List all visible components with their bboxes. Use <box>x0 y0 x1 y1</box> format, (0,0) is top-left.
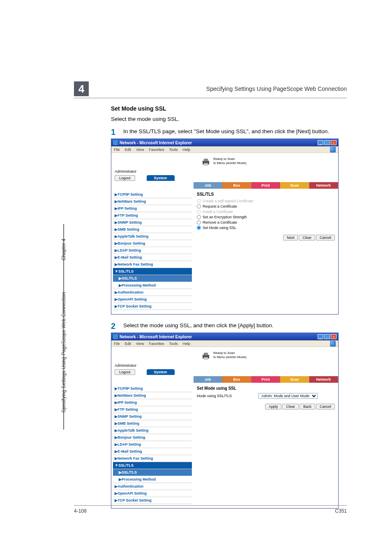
sidebar-item-bonjour[interactable]: ▶Bonjour Setting <box>113 240 192 247</box>
apply-button[interactable]: Apply <box>265 404 282 409</box>
minimize-button[interactable]: _ <box>318 334 323 339</box>
clear-button[interactable]: Clear <box>299 235 315 240</box>
step-number: 1 <box>111 128 123 136</box>
sidebar-item-ipp[interactable]: ▶IPP Setting <box>113 399 192 406</box>
sidebar-item-appletalk[interactable]: ▶AppleTalk Setting <box>113 233 192 240</box>
maximize-button[interactable]: □ <box>324 140 330 145</box>
menu-help[interactable]: Help <box>182 148 190 152</box>
printer-icon <box>201 157 211 167</box>
svg-rect-2 <box>204 163 208 166</box>
side-tab: Chapter 4 Specifying Settings Using Page… <box>58 234 69 423</box>
sidebar-sub-ssltls[interactable]: ▶SSL/TLS <box>113 469 192 476</box>
maximize-button[interactable]: □ <box>324 334 330 339</box>
sidebar-item-netware[interactable]: ▶NetWare Setting <box>113 392 192 399</box>
tab-network[interactable]: Network <box>309 182 338 189</box>
tab-job[interactable]: Job <box>194 376 222 383</box>
sidebar-item-ldap[interactable]: ▶LDAP Setting <box>113 441 192 448</box>
sidebar-item-authentication[interactable]: ▶Authentication <box>113 289 192 296</box>
cancel-button[interactable]: Cancel <box>316 235 335 240</box>
close-button[interactable]: × <box>331 334 337 339</box>
menu-favorites[interactable]: Favorites <box>149 148 164 152</box>
sidebar-item-tcpip[interactable]: ▶TCP/IP Setting <box>113 191 192 198</box>
mode-select[interactable]: Admin. Mode and User Mode <box>258 393 318 399</box>
sidebar-item-ssltls-group[interactable]: ▼SSL/TLS <box>113 268 192 275</box>
sidebar-sub-processing[interactable]: ▶Processing Method <box>113 282 192 289</box>
cancel-button[interactable]: Cancel <box>316 404 335 409</box>
tab-box[interactable]: Box <box>222 376 251 383</box>
logout-button[interactable]: Logout <box>115 369 135 375</box>
menu-edit[interactable]: Edit <box>125 148 131 152</box>
sidebar-item-authentication[interactable]: ▶Authentication <box>113 483 192 490</box>
menu-file[interactable]: File <box>114 148 120 152</box>
minimize-button[interactable]: _ <box>318 140 323 145</box>
sidebar-item-openapi[interactable]: ▶OpenAPI Setting <box>113 490 192 497</box>
next-button[interactable]: Next <box>283 235 298 240</box>
sidebar-item-snmp[interactable]: ▶SNMP Setting <box>113 219 192 226</box>
sidebar-item-ftp[interactable]: ▶FTP Setting <box>113 406 192 413</box>
system-tab[interactable]: System <box>147 369 175 375</box>
ie-icon <box>113 334 118 339</box>
menu-help[interactable]: Help <box>182 342 190 346</box>
tab-job[interactable]: Job <box>194 182 222 189</box>
tab-network[interactable]: Network <box>309 376 338 383</box>
sidebar-item-ftp[interactable]: ▶FTP Setting <box>113 212 192 219</box>
menu-view[interactable]: View <box>136 148 144 152</box>
header-title: Specifying Settings Using PageScope Web … <box>206 86 347 92</box>
sidebar-item-email[interactable]: ▶E-Mail Setting <box>113 254 192 261</box>
sidebar-item-tcpsocket[interactable]: ▶TCP Socket Setting <box>113 303 192 310</box>
sidebar-item-networkfax[interactable]: ▶Network Fax Setting <box>113 455 192 462</box>
tab-box[interactable]: Box <box>222 182 251 189</box>
clear-button[interactable]: Clear <box>282 404 299 409</box>
radio-install-cert[interactable] <box>197 210 201 214</box>
step-1: 1 In the SSL/TLS page, select "Set Mode … <box>111 128 341 136</box>
sidebar-item-smb[interactable]: ▶SMB Setting <box>113 420 192 427</box>
menu-edit[interactable]: Edit <box>125 342 131 346</box>
sidebar-item-ipp[interactable]: ▶IPP Setting <box>113 205 192 212</box>
admin-label: Administrator <box>115 169 335 173</box>
radio-request-cert[interactable] <box>197 204 201 208</box>
svg-rect-1 <box>204 159 208 161</box>
sidebar-sub-ssltls[interactable]: ▶SSL/TLS <box>113 275 192 282</box>
radio-create-cert[interactable] <box>197 199 201 203</box>
content-pane-1: SSL/TLS Create a self-signed Certificate… <box>194 189 338 314</box>
radio-label: Install a Certificate <box>203 210 233 214</box>
sidebar-item-ssltls-group[interactable]: ▼SSL/TLS <box>113 462 192 469</box>
tab-scan[interactable]: Scan <box>280 182 309 189</box>
menu-view[interactable]: View <box>136 342 144 346</box>
ie-logo-icon <box>330 147 336 153</box>
main-tabs: Job Box Print Scan Network <box>111 376 338 383</box>
menu-tools[interactable]: Tools <box>169 342 178 346</box>
sidebar: ▶TCP/IP Setting ▶NetWare Setting ▶IPP Se… <box>111 189 194 314</box>
sidebar-item-ldap[interactable]: ▶LDAP Setting <box>113 247 192 254</box>
sidebar-item-networkfax[interactable]: ▶Network Fax Setting <box>113 261 192 268</box>
radio-remove-cert[interactable] <box>197 220 201 224</box>
menu-tools[interactable]: Tools <box>169 148 178 152</box>
menu-favorites[interactable]: Favorites <box>149 342 164 346</box>
sidebar-item-bonjour[interactable]: ▶Bonjour Setting <box>113 434 192 441</box>
back-button[interactable]: Back <box>300 404 315 409</box>
admin-label: Administrator <box>115 363 335 368</box>
sidebar-item-netware[interactable]: ▶NetWare Setting <box>113 198 192 205</box>
tab-print[interactable]: Print <box>251 376 280 383</box>
sidebar-item-snmp[interactable]: ▶SNMP Setting <box>113 413 192 420</box>
sidebar-item-email[interactable]: ▶E-Mail Setting <box>113 448 192 455</box>
sidebar-item-tcpsocket[interactable]: ▶TCP Socket Setting <box>113 497 192 504</box>
radio-set-mode-ssl[interactable] <box>197 226 201 230</box>
sidebar-item-appletalk[interactable]: ▶AppleTalk Setting <box>113 427 192 434</box>
system-tab[interactable]: System <box>147 175 175 181</box>
tab-scan[interactable]: Scan <box>280 376 309 383</box>
main-tabs: Job Box Print Scan Network <box>111 182 338 189</box>
radio-encryption-strength[interactable] <box>197 215 201 219</box>
side-tab-chapter: Chapter 4 <box>61 239 67 261</box>
radio-label: Set an Encryption Strength <box>203 215 247 219</box>
footer-page-number: 4-108 <box>74 508 87 514</box>
sidebar-sub-processing[interactable]: ▶Processing Method <box>113 476 192 483</box>
sidebar-item-tcpip[interactable]: ▶TCP/IP Setting <box>113 385 192 392</box>
sidebar-item-openapi[interactable]: ▶OpenAPI Setting <box>113 296 192 303</box>
logout-button[interactable]: Logout <box>115 175 135 181</box>
section-intro: Select the mode using SSL. <box>111 116 341 122</box>
close-button[interactable]: × <box>331 140 337 145</box>
tab-print[interactable]: Print <box>251 182 280 189</box>
menu-file[interactable]: File <box>114 342 120 346</box>
sidebar-item-smb[interactable]: ▶SMB Setting <box>113 226 192 233</box>
